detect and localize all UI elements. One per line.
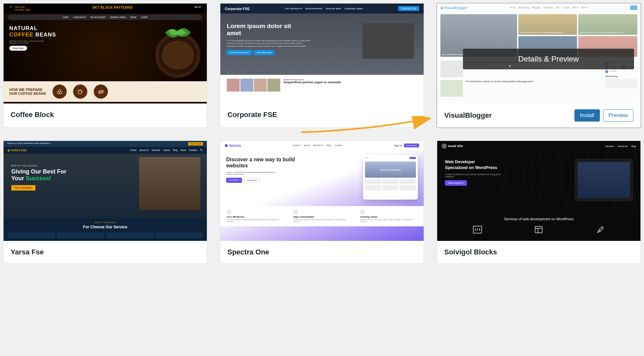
bean-icon [94, 84, 108, 99]
theme-card-soivigol-blocks[interactable]: David Viña ServicesAbout meBlog Web Deve… [437, 141, 641, 264]
svg-point-3 [57, 92, 59, 94]
theme-thumbnail: ☏Call Now123 456 7890 SKT BLOCK PATTERNS… [4, 4, 207, 104]
theme-card-visualblogger[interactable]: ◆ VisualBlogger HomeAdvertisingBloggingM… [437, 3, 641, 128]
svg-point-4 [60, 92, 62, 94]
theme-title: Spectra One [227, 248, 269, 256]
theme-card-yarsa-fse[interactable]: Support Is Free To Understand Users Expe… [3, 141, 207, 264]
preview-button[interactable]: Preview [603, 109, 633, 122]
theme-thumbnail: ◆ VisualBlogger HomeAdvertisingBloggingM… [437, 4, 640, 104]
theme-thumbnail: Corporate FSE Our Services ▾WoocommerceH… [220, 4, 424, 104]
install-button[interactable]: Install [574, 109, 600, 122]
code-icon [472, 225, 483, 234]
search-icon [630, 5, 637, 10]
brand-logo: SKT BLOCK PATTERNS [92, 5, 133, 11]
theme-title: Yarsa Fse [11, 248, 44, 256]
svg-point-2 [162, 41, 194, 70]
phone-icon: ☏ [9, 5, 13, 11]
cherries-icon [53, 84, 67, 99]
brush-icon [594, 225, 606, 234]
theme-title: Soivigol Blocks [444, 248, 497, 256]
theme-thumbnail: Support Is Free To Understand Users Expe… [4, 141, 207, 241]
theme-thumbnail: David Viña ServicesAbout meBlog Web Deve… [437, 141, 640, 241]
theme-card-coffee-block[interactable]: ☏Call Now123 456 7890 SKT BLOCK PATTERNS… [3, 3, 207, 128]
cursor-pointer-icon [506, 63, 514, 70]
themes-grid: ☏Call Now123 456 7890 SKT BLOCK PATTERNS… [3, 3, 641, 264]
layout-icon [533, 225, 544, 234]
theme-thumbnail: Spectra Home ▾AboutServices ▾BlogContact… [220, 141, 424, 241]
svg-rect-8 [535, 226, 542, 233]
theme-title: VisualBlogger [444, 111, 492, 120]
theme-card-corporate-fse[interactable]: Corporate FSE Our Services ▾WoocommerceH… [220, 3, 424, 128]
theme-title: Coffee Block [11, 111, 54, 119]
cup-icon [73, 84, 87, 99]
theme-card-spectra-one[interactable]: Spectra Home ▾AboutServices ▾BlogContact… [220, 141, 424, 264]
details-preview-overlay[interactable]: Details & Preview [463, 49, 634, 69]
theme-title: Corporate FSE [227, 111, 277, 119]
search-icon: 🔍 [200, 149, 203, 152]
